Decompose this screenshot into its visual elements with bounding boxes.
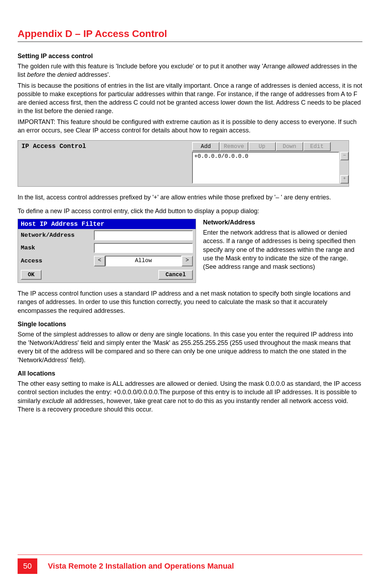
paragraph: The other easy setting to make is ALL ad…: [18, 379, 362, 414]
host-ip-filter-dialog: Host IP Address Filter Network/Address M…: [18, 219, 196, 283]
access-list[interactable]: +0.0.0.0/0.0.0.0: [192, 152, 339, 184]
heading-all-locations: All locations: [18, 370, 362, 377]
mask-label: Mask: [21, 245, 91, 251]
page-number: 50: [18, 558, 37, 574]
paragraph: IMPORTANT: This feature should be config…: [18, 118, 362, 135]
footer-title: Vista Remote 2 Installation and Operatio…: [48, 562, 234, 571]
text-italic: before: [27, 71, 45, 78]
text-italic: exclude: [42, 397, 64, 404]
network-address-input[interactable]: [94, 230, 193, 240]
scroll-down-icon[interactable]: +: [340, 175, 349, 184]
page-footer: 50 Vista Remote 2 Installation and Opera…: [18, 555, 362, 574]
appendix-title: Appendix D – IP Access Control: [18, 28, 362, 42]
heading-network-address: Network/Address: [203, 219, 362, 226]
text-italic: allowed: [287, 63, 309, 70]
edit-button[interactable]: Edit: [303, 142, 331, 151]
paragraph: To define a new IP access control entry,…: [18, 207, 362, 215]
paragraph: This is because the positions of entries…: [18, 81, 362, 116]
text: the: [45, 71, 57, 78]
text: The golden rule with this feature is 'In…: [18, 63, 287, 70]
access-next-button[interactable]: >: [182, 256, 193, 266]
access-prev-button[interactable]: <: [94, 256, 105, 266]
network-address-label: Network/Address: [21, 232, 91, 239]
text: addresses'.: [76, 71, 110, 78]
ip-access-control-panel: IP Access Control Add Remove Up Down Edi…: [18, 140, 349, 187]
ok-button[interactable]: OK: [21, 270, 42, 280]
paragraph: Some of the simplest addresses to allow …: [18, 330, 362, 364]
mask-input[interactable]: [94, 243, 193, 253]
access-label: Access: [21, 258, 91, 264]
panel-label: IP Access Control: [21, 143, 86, 150]
paragraph: The IP access control function uses a st…: [18, 289, 362, 315]
text-italic: denied: [57, 71, 76, 78]
down-button[interactable]: Down: [276, 142, 303, 151]
heading-single-locations: Single locations: [18, 321, 362, 328]
remove-button[interactable]: Remove: [220, 142, 248, 151]
paragraph: Enter the network address that is allowe…: [203, 228, 362, 271]
paragraph: The golden rule with this feature is 'In…: [18, 62, 362, 79]
access-value: Allow: [105, 256, 182, 266]
heading-setting-ip: Setting IP access control: [18, 52, 362, 60]
scrollbar[interactable]: – +: [340, 152, 347, 184]
text: all addresses, however, take great care …: [18, 397, 348, 413]
list-item[interactable]: +0.0.0.0/0.0.0.0: [194, 153, 337, 160]
add-button[interactable]: Add: [192, 142, 220, 151]
paragraph: In the list, access control addresses pr…: [18, 193, 362, 202]
dialog-title: Host IP Address Filter: [18, 219, 196, 229]
up-button[interactable]: Up: [248, 142, 276, 151]
cancel-button[interactable]: Cancel: [158, 270, 193, 280]
scroll-up-icon[interactable]: –: [340, 152, 349, 160]
